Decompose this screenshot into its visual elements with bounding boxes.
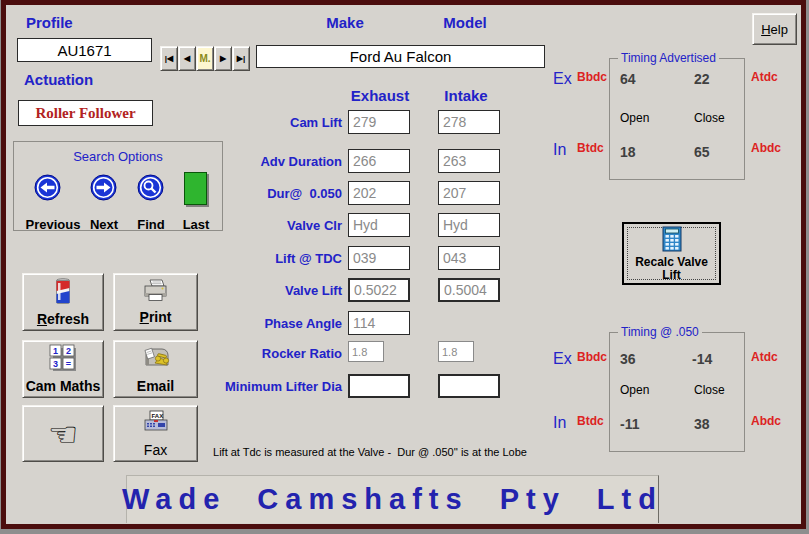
svg-text:2: 2 [66,346,71,356]
timing-advertised-in-close-value: 65 [694,144,734,160]
company-banner: Wade Camshafts Pty Ltd [126,475,659,523]
email-button[interactable]: Email [113,340,198,398]
timing-050-bbdc-label: Bbdc [577,350,607,364]
timing-050-in-label: In [553,414,566,432]
cam-maths-button[interactable]: 123= Cam Maths [22,340,104,398]
cam-lift-label: Cam Lift [140,115,342,130]
valve-lift-exhaust-input[interactable]: 0.5022 [348,278,410,302]
lift-tdc-label: Lift @ TDC [140,251,342,266]
fax-machine-icon: FAX [142,410,170,440]
pointing-hand-icon: ☜ [48,417,78,451]
dur-050-intake-input[interactable]: 207 [438,181,500,205]
intake-column-header: Intake [428,87,504,104]
cam-lift-intake-input[interactable]: 278 [438,110,500,134]
nav-previous-button[interactable]: ◀ [178,46,196,71]
mailbox-icon [140,345,172,376]
timing-advertised-btdc-label: Btdc [577,141,604,155]
pepsi-can-icon [55,278,71,309]
phase-angle-exhaust-input[interactable]: 114 [348,311,410,335]
help-button[interactable]: Help [752,13,797,45]
nav-bookmark-button[interactable]: M. [196,46,214,71]
adv-duration-row: Adv Duration 266 263 [0,149,560,173]
valve-lift-intake-input[interactable]: 0.5004 [438,278,500,302]
nav-next-button[interactable]: ▶ [214,46,232,71]
svg-text:3: 3 [53,359,58,369]
timing-050-title: Timing @ .050 [618,325,702,339]
rocker-ratio-intake-value: 1.8 [439,346,457,358]
application-root: Profile AU1671 |◀ ◀ M. ▶ ▶| Make Model F… [0,0,809,534]
phase-angle-exhaust-value: 114 [349,315,375,331]
print-button-label: Print [140,309,172,325]
cam-lift-row: Cam Lift 279 278 [0,110,560,134]
nav-bookmark-label: M. [199,53,210,64]
nav-first-icon: |◀ [165,54,173,63]
min-lifter-dia-exhaust-input[interactable] [348,374,410,398]
rocker-ratio-intake-input[interactable]: 1.8 [438,341,474,362]
lift-tdc-intake-value: 043 [439,250,466,266]
valve-clr-exhaust-input[interactable]: Hyd [348,213,410,237]
nav-previous-icon: ◀ [184,54,190,63]
profile-input[interactable]: AU1671 [17,38,152,62]
nav-first-button[interactable]: |◀ [160,46,178,71]
print-button[interactable]: Print [113,273,198,331]
lift-tdc-exhaust-input[interactable]: 039 [348,246,410,270]
lift-tdc-intake-input[interactable]: 043 [438,246,500,270]
timing-050-group: Timing @ .050 36 -14 Open Close -11 38 [609,332,745,452]
help-button-label: Help [761,22,788,37]
timing-advertised-title: Timing Advertised [618,51,719,65]
make-model-input[interactable]: Ford Au Falcon [256,45,545,68]
cam-maths-button-label: Cam Maths [26,378,101,394]
timing-050-atdc-label: Atdc [751,350,778,364]
dur-050-row: Dur@ 0.050 202 207 [0,181,560,205]
adv-duration-intake-value: 263 [439,153,466,169]
calculator-icon [662,226,682,256]
adv-duration-exhaust-value: 266 [349,153,376,169]
min-lifter-dia-intake-input[interactable] [438,374,500,398]
timing-050-in-open-value: -11 [620,416,660,432]
refresh-button[interactable]: Refresh [22,273,104,331]
timing-advertised-atdc-label: Atdc [751,70,778,84]
adv-duration-intake-input[interactable]: 263 [438,149,500,173]
valve-clr-label: Valve Clr [140,218,342,233]
pointer-hand-button[interactable]: ☜ [22,405,104,462]
printer-icon [142,279,169,307]
dur-050-exhaust-value: 202 [349,185,376,201]
company-banner-text: Wade Camshafts Pty Ltd [122,483,663,516]
timing-advertised-abdc-label: Abdc [751,141,781,155]
timing-advertised-bbdc-label: Bbdc [577,70,607,84]
lift-note-text: Lift at Tdc is measured at the Valve - D… [195,446,545,458]
nav-last-icon: ▶| [237,54,245,63]
recalc-label-line1: Recalc Valve [635,256,708,269]
model-label: Model [425,14,505,31]
dur-050-exhaust-input[interactable]: 202 [348,181,410,205]
fax-button[interactable]: FAX Fax [113,405,198,462]
timing-050-ex-open-value: 36 [620,351,660,367]
rocker-ratio-exhaust-input[interactable]: 1.8 [348,341,384,362]
svg-text:=: = [66,359,71,369]
actuation-label: Actuation [24,71,93,88]
adv-duration-exhaust-input[interactable]: 266 [348,149,410,173]
timing-050-open-label: Open [620,383,649,397]
exhaust-column-header: Exhaust [340,87,420,104]
dur-050-intake-value: 207 [439,185,466,201]
timing-advertised-ex-open-value: 64 [620,71,660,87]
nav-next-icon: ▶ [220,54,226,63]
nav-last-button[interactable]: ▶| [232,46,250,71]
valve-clr-exhaust-value: Hyd [349,217,378,233]
timing-advertised-ex-label: Ex [553,70,572,88]
timing-advertised-open-label: Open [620,111,649,125]
recalc-valve-lift-button[interactable]: Recalc Valve Lift [622,222,721,285]
timing-advertised-group: Timing Advertised 64 22 Open Close 18 65 [609,58,745,180]
dur-050-label: Dur@ 0.050 [140,186,342,201]
valve-clr-intake-input[interactable]: Hyd [438,213,500,237]
adv-duration-label: Adv Duration [140,154,342,169]
timing-050-btdc-label: Btdc [577,414,604,428]
cam-lift-exhaust-input[interactable]: 279 [348,110,410,134]
make-model-value: Ford Au Falcon [350,48,452,65]
lift-tdc-row: Lift @ TDC 039 043 [0,246,560,270]
profile-value: AU1671 [57,42,111,59]
valve-lift-intake-value: 0.5004 [440,282,487,298]
timing-050-ex-close-value: -14 [692,351,736,367]
timing-advertised-in-label: In [553,141,566,159]
timing-advertised-in-open-value: 18 [620,144,660,160]
